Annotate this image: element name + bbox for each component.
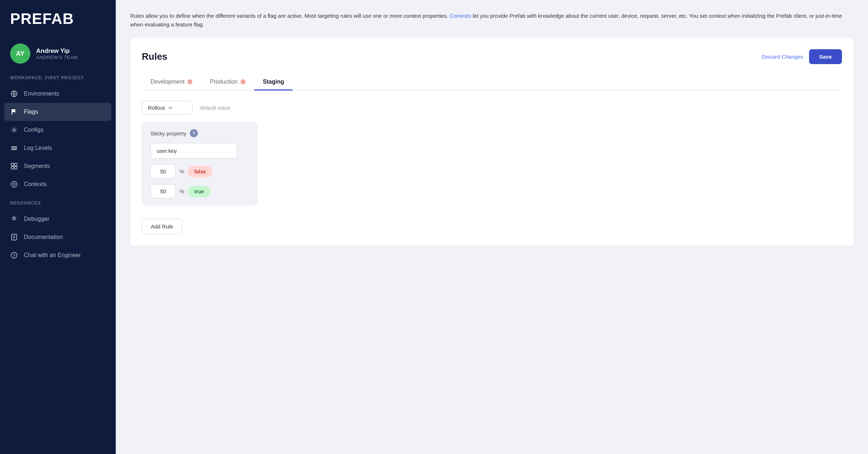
percent-input-true[interactable]	[150, 184, 176, 198]
svg-point-10	[11, 181, 17, 187]
sidebar-label-configs: Configs	[24, 127, 43, 133]
sidebar-item-segments[interactable]: Segments	[0, 157, 116, 175]
user-team: ANDREW'S TEAM	[36, 55, 78, 60]
user-name: Andrew Yip	[36, 47, 78, 55]
tab-development[interactable]: Development	[142, 74, 201, 91]
description-section: Rules allow you to define when the diffe…	[116, 0, 868, 38]
user-info: Andrew Yip ANDREW'S TEAM	[36, 47, 78, 60]
documentation-icon	[10, 233, 18, 241]
svg-rect-9	[14, 167, 17, 169]
tab-staging[interactable]: Staging	[254, 74, 293, 91]
content-area: Rules allow you to define when the diffe…	[116, 0, 868, 454]
percent-sign-true: %	[179, 188, 184, 194]
sidebar-item-debugger[interactable]: Debugger	[0, 210, 116, 228]
sidebar-item-contexts[interactable]: Contexts	[0, 175, 116, 193]
resources-label: RESOURCES	[0, 193, 116, 210]
main-content: Rules allow you to define when the diffe…	[116, 0, 868, 454]
tab-production[interactable]: Production	[201, 74, 254, 91]
save-button[interactable]: Save	[809, 49, 842, 64]
avatar: AY	[10, 43, 30, 64]
sidebar-label-log-levels: Log Levels	[24, 145, 52, 151]
rules-title: Rules	[142, 51, 167, 62]
add-rule-button[interactable]: Add Rule	[142, 219, 182, 234]
production-dot	[241, 79, 246, 84]
sidebar-label-contexts: Contexts	[24, 181, 47, 188]
description-text: Rules allow you to define when the diffe…	[130, 13, 448, 19]
sidebar-item-documentation[interactable]: Documentation	[0, 228, 116, 246]
badge-false: false	[188, 166, 212, 177]
workspace-label: WORKSPACE: FIRST PROJECT	[0, 74, 116, 85]
add-rule-section: Add Rule	[142, 216, 842, 234]
sidebar-item-environments[interactable]: Environments	[0, 85, 116, 103]
sticky-property-label: Sticky property	[150, 130, 186, 136]
sidebar-item-chat-engineer[interactable]: ? Chat with an Engineer	[0, 246, 116, 264]
rollout-row-true: % true	[150, 184, 249, 198]
configs-icon	[10, 126, 18, 134]
contexts-icon	[10, 180, 18, 188]
rollout-row-false: % false	[150, 164, 249, 178]
log-levels-icon	[10, 144, 18, 152]
sidebar-label-debugger: Debugger	[24, 216, 49, 222]
rollout-label: Rollout	[148, 105, 165, 111]
percent-sign-false: %	[179, 168, 184, 175]
svg-rect-3	[11, 146, 17, 147]
svg-rect-5	[11, 149, 17, 150]
discard-changes-button[interactable]: Discard Changes	[762, 54, 803, 60]
sticky-input[interactable]	[150, 143, 237, 159]
sidebar-item-log-levels[interactable]: Log Levels	[0, 139, 116, 157]
chevron-down-icon	[168, 105, 173, 110]
svg-point-2	[13, 129, 15, 131]
sidebar: PREFAB AY Andrew Yip ANDREW'S TEAM WORKS…	[0, 0, 116, 454]
rule-row: Rollout default value	[142, 101, 842, 115]
svg-rect-1	[12, 109, 12, 115]
contexts-link[interactable]: Contexts	[450, 13, 471, 19]
rules-header: Rules Discard Changes Save	[142, 49, 842, 64]
help-badge[interactable]: ?	[190, 129, 198, 137]
sidebar-label-segments: Segments	[24, 163, 50, 169]
segments-icon	[10, 162, 18, 170]
sticky-property-box: Sticky property ? % false % true	[142, 122, 258, 206]
svg-rect-8	[11, 167, 14, 169]
default-value-label: default value	[200, 105, 230, 111]
rules-actions: Discard Changes Save	[762, 49, 842, 64]
development-dot	[187, 79, 192, 84]
sidebar-item-configs[interactable]: Configs	[0, 121, 116, 139]
sidebar-label-environments: Environments	[24, 91, 59, 97]
svg-rect-6	[11, 163, 14, 166]
sidebar-label-documentation: Documentation	[24, 234, 63, 240]
tab-staging-label: Staging	[263, 79, 284, 85]
tab-development-label: Development	[150, 79, 184, 85]
sidebar-label-flags: Flags	[24, 109, 38, 115]
svg-point-11	[13, 183, 15, 185]
svg-rect-4	[11, 148, 17, 149]
rules-card: Rules Discard Changes Save Development P…	[130, 38, 854, 246]
flags-icon	[10, 108, 18, 116]
logo-area: PREFAB	[0, 0, 116, 36]
sidebar-item-flags[interactable]: Flags	[4, 103, 111, 121]
logo: PREFAB	[10, 10, 106, 28]
svg-text:?: ?	[13, 253, 16, 258]
sticky-header: Sticky property ?	[150, 129, 249, 137]
tabs-bar: Development Production Staging	[142, 74, 842, 91]
badge-true: true	[188, 186, 210, 197]
debugger-icon	[10, 215, 18, 223]
svg-rect-7	[14, 163, 17, 166]
environments-icon	[10, 90, 18, 98]
sidebar-label-chat-engineer: Chat with an Engineer	[24, 252, 81, 258]
rollout-select[interactable]: Rollout	[142, 101, 192, 115]
user-section: AY Andrew Yip ANDREW'S TEAM	[0, 36, 116, 74]
tab-production-label: Production	[210, 79, 238, 85]
percent-input-false[interactable]	[150, 164, 176, 178]
chat-icon: ?	[10, 251, 18, 259]
